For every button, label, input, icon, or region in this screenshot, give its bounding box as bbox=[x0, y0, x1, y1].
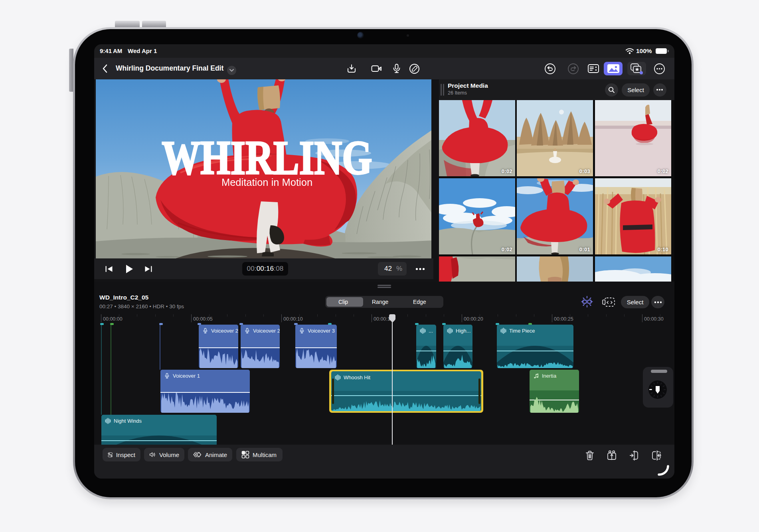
svg-text:Meditation in Motion: Meditation in Motion bbox=[221, 177, 312, 188]
